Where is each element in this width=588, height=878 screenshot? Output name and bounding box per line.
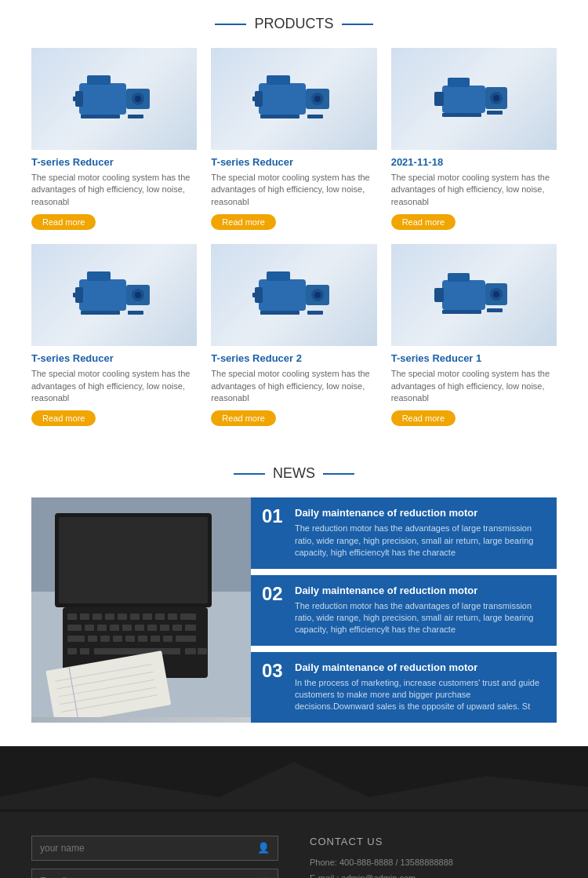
email-field[interactable]: ✉ xyxy=(31,869,278,878)
products-grid: T-series Reducer The special motor cooli… xyxy=(31,48,557,426)
svg-rect-89 xyxy=(185,648,196,654)
product-title-4: T-series Reducer xyxy=(31,352,197,364)
svg-rect-74 xyxy=(160,625,169,631)
news-item-title-3: Daily maintenance of reduction motor xyxy=(295,661,546,673)
product-desc-1: The special motor cooling system has the… xyxy=(31,172,197,208)
svg-rect-72 xyxy=(135,625,144,631)
product-card-3: 2021-11-18 The special motor cooling sys… xyxy=(391,48,557,230)
svg-rect-44 xyxy=(442,280,485,310)
svg-rect-43 xyxy=(260,311,299,315)
footer-form-section: 👤 ✉ 📞 💬 Submit CONTACT US Phone: 400-888… xyxy=(0,812,588,878)
svg-rect-68 xyxy=(85,625,94,631)
svg-rect-80 xyxy=(113,636,122,642)
mountain-svg xyxy=(0,746,588,809)
svg-rect-62 xyxy=(130,614,140,620)
product-card-4: T-series Reducer The special motor cooli… xyxy=(31,244,197,426)
svg-rect-47 xyxy=(448,273,470,282)
svg-rect-55 xyxy=(59,517,208,603)
news-number-2: 02 xyxy=(262,585,285,603)
product-title-2: T-series Reducer xyxy=(211,156,376,168)
svg-rect-19 xyxy=(434,92,444,106)
products-section: PRODUCTS T-series Reducer The special mo xyxy=(0,0,588,450)
svg-point-31 xyxy=(135,292,141,298)
news-item-2[interactable]: 02 Daily maintenance of reduction motor … xyxy=(251,575,557,646)
product-image-3 xyxy=(391,48,557,150)
read-more-btn-4[interactable]: Read more xyxy=(31,410,96,426)
svg-rect-26 xyxy=(79,279,126,311)
svg-rect-12 xyxy=(267,75,290,85)
product-image-6 xyxy=(391,244,557,346)
motor-icon-6 xyxy=(430,260,517,330)
news-item-title-2: Daily maintenance of reduction motor xyxy=(295,585,546,596)
svg-rect-60 xyxy=(105,614,114,620)
name-input[interactable] xyxy=(40,843,252,854)
product-image-5 xyxy=(211,244,376,346)
product-card-2: T-series Reducer The special motor cooli… xyxy=(211,48,376,230)
product-image-1 xyxy=(31,48,197,150)
motor-icon-3 xyxy=(430,64,517,134)
news-item-desc-2: The reduction motor has the advantages o… xyxy=(295,600,546,636)
svg-rect-8 xyxy=(81,115,120,118)
svg-rect-15 xyxy=(252,97,259,101)
news-text-2: Daily maintenance of reduction motor The… xyxy=(295,585,546,636)
svg-rect-90 xyxy=(198,648,207,654)
read-more-btn-5[interactable]: Read more xyxy=(211,410,275,426)
footer-mountain xyxy=(0,746,588,812)
svg-rect-70 xyxy=(110,625,119,631)
svg-rect-25 xyxy=(442,113,481,117)
news-item-desc-3: In the process of marketing, increase cu… xyxy=(295,677,546,713)
news-item-title-1: Daily maintenance of reduction motor xyxy=(295,507,546,519)
svg-rect-41 xyxy=(252,293,259,297)
news-content: 01 Daily maintenance of reduction motor … xyxy=(31,497,557,723)
svg-rect-86 xyxy=(94,648,180,654)
read-more-btn-2[interactable]: Read more xyxy=(211,214,275,230)
read-more-btn-6[interactable]: Read more xyxy=(391,410,456,426)
news-item-desc-1: The reduction motor has the advantages o… xyxy=(295,523,546,559)
news-section: NEWS xyxy=(0,450,588,746)
news-item-3[interactable]: 03 Daily maintenance of reduction motor … xyxy=(251,652,557,723)
product-desc-4: The special motor cooling system has the… xyxy=(31,368,197,404)
svg-rect-21 xyxy=(448,78,470,87)
svg-rect-0 xyxy=(79,83,126,115)
news-item-1[interactable]: 01 Daily maintenance of reduction motor … xyxy=(251,497,557,568)
svg-rect-51 xyxy=(442,310,481,314)
email-icon: ✉ xyxy=(261,875,270,878)
svg-point-49 xyxy=(493,291,499,297)
name-field[interactable]: 👤 xyxy=(31,836,278,861)
product-card-1: T-series Reducer The special motor cooli… xyxy=(31,48,197,230)
product-desc-6: The special motor cooling system has the… xyxy=(391,368,557,404)
svg-rect-29 xyxy=(87,271,111,281)
svg-rect-65 xyxy=(168,614,177,620)
svg-rect-6 xyxy=(73,97,79,101)
svg-rect-83 xyxy=(151,636,160,642)
svg-rect-81 xyxy=(125,636,135,642)
product-desc-5: The special motor cooling system has the… xyxy=(211,368,376,404)
svg-rect-79 xyxy=(100,636,110,642)
svg-rect-73 xyxy=(147,625,157,631)
svg-rect-59 xyxy=(93,614,102,620)
news-decorative-image xyxy=(31,497,251,717)
read-more-btn-1[interactable]: Read more xyxy=(31,214,96,230)
svg-rect-87 xyxy=(67,648,77,654)
products-title: PRODUCTS xyxy=(31,16,557,32)
svg-rect-24 xyxy=(487,111,503,115)
news-number-3: 03 xyxy=(262,661,285,680)
svg-marker-100 xyxy=(0,762,588,809)
read-more-btn-3[interactable]: Read more xyxy=(391,214,456,230)
svg-rect-38 xyxy=(267,271,290,281)
product-title-6: T-series Reducer 1 xyxy=(391,352,557,364)
product-image-4 xyxy=(31,244,197,346)
footer-form: 👤 ✉ 📞 💬 Submit xyxy=(31,836,278,878)
svg-point-40 xyxy=(314,292,321,298)
motor-icon-4 xyxy=(71,260,158,330)
svg-rect-9 xyxy=(259,83,306,115)
product-desc-2: The special motor cooling system has the… xyxy=(211,172,376,208)
svg-rect-34 xyxy=(81,311,120,315)
svg-rect-67 xyxy=(67,625,82,631)
svg-point-23 xyxy=(493,95,499,101)
svg-rect-57 xyxy=(67,614,77,620)
contact-phone: Phone: 400-888-8888 / 13588888888 xyxy=(310,857,557,869)
svg-rect-64 xyxy=(155,614,165,620)
svg-rect-61 xyxy=(118,614,127,620)
product-card-6: T-series Reducer 1 The special motor coo… xyxy=(391,244,557,426)
